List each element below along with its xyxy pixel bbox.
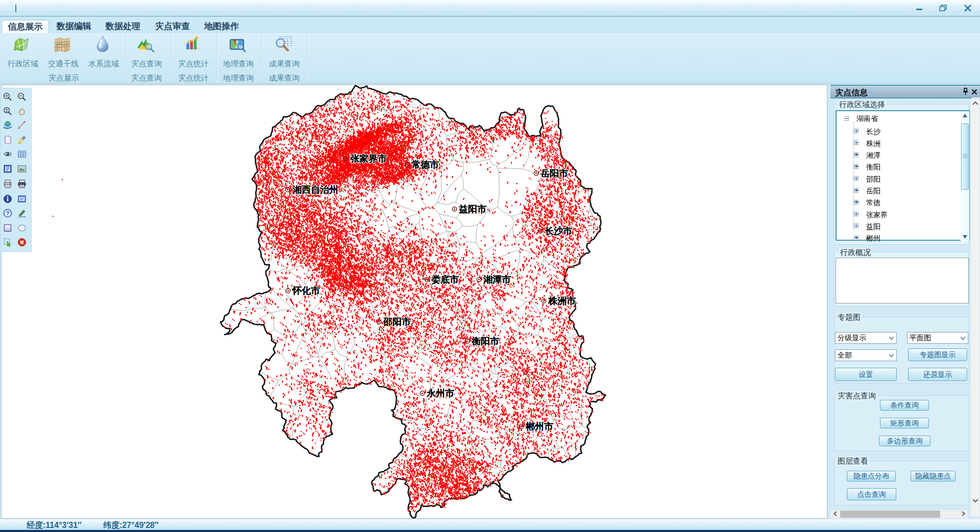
svg-text:长沙市: 长沙市 bbox=[544, 226, 572, 236]
svg-text:岳阳市: 岳阳市 bbox=[540, 168, 568, 179]
svg-text:湘潭市: 湘潭市 bbox=[483, 274, 511, 285]
svg-text:湘西自治州: 湘西自治州 bbox=[292, 185, 338, 195]
svg-text:永州市: 永州市 bbox=[426, 388, 454, 398]
svg-text:益阳市: 益阳市 bbox=[458, 204, 486, 214]
svg-text:常德市: 常德市 bbox=[411, 160, 439, 170]
svg-text:株洲市: 株洲市 bbox=[548, 296, 576, 306]
svg-text:郴州市: 郴州市 bbox=[525, 421, 553, 432]
svg-text:?: ? bbox=[6, 210, 10, 216]
svg-text:娄底市: 娄底市 bbox=[431, 274, 459, 285]
svg-text:邵阳市: 邵阳市 bbox=[383, 317, 411, 327]
svg-text:怀化市: 怀化市 bbox=[292, 286, 320, 296]
svg-text:张家界市: 张家界市 bbox=[350, 154, 387, 164]
svg-text:衡阳市: 衡阳市 bbox=[471, 336, 499, 346]
